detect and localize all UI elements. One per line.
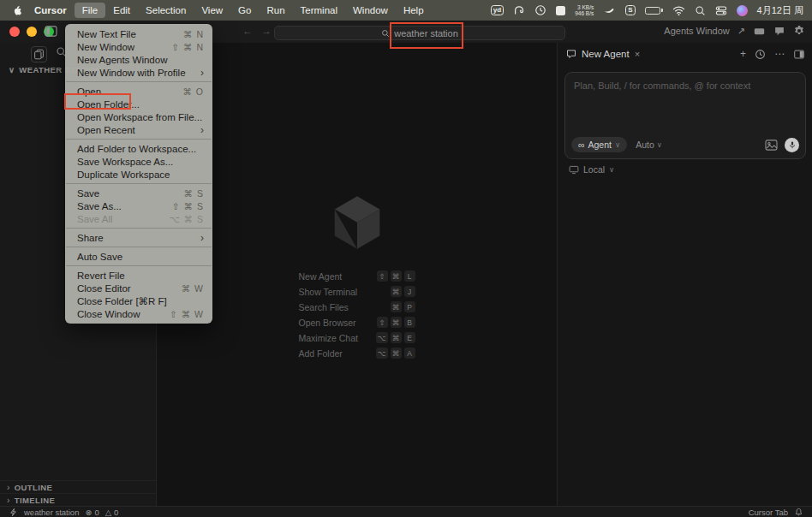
remote-icon[interactable] — [9, 508, 18, 517]
menu-item-add-folder-to-workspace[interactable]: Add Folder to Workspace... — [65, 142, 212, 155]
shortcut-keys: ⇧ ⌘ B — [377, 317, 415, 328]
bell-icon[interactable] — [794, 508, 803, 517]
menu-bar-item-edit[interactable]: Edit — [105, 3, 138, 18]
agent-chat-input-box[interactable]: ∞ Agent ∨ Auto ∨ — [564, 72, 806, 159]
menu-bar-app-name[interactable]: Cursor — [27, 3, 75, 18]
tab-new-agent[interactable]: New Agent × — [558, 49, 640, 59]
menu-separator — [66, 265, 212, 266]
menu-item-shortcut: ⌘ W — [182, 283, 204, 294]
chevron-right-icon: › — [7, 496, 10, 505]
menu-item-close-editor[interactable]: Close Editor ⌘ W — [65, 282, 212, 294]
key-cmd: ⌘ — [391, 270, 402, 282]
warning-icon: △ — [105, 508, 111, 517]
menu-item-revert-file[interactable]: Revert File — [65, 269, 212, 282]
key-letter: J — [404, 286, 415, 297]
network-speed-indicator[interactable]: 3 KB/s 946 B/s — [575, 4, 594, 17]
menu-item-label: Duplicate Workspace — [77, 169, 170, 180]
history-icon[interactable] — [755, 49, 766, 60]
attach-image-icon[interactable] — [765, 140, 778, 151]
battery-body — [645, 7, 660, 15]
back-icon[interactable]: ← — [242, 25, 253, 37]
keyboard-shortcut-list: New Agent ⇧ ⌘ L Show Terminal ⌘ J Search — [299, 270, 415, 359]
menu-item-label: Save All — [77, 214, 113, 224]
menu-item-auto-save[interactable]: Auto Save — [65, 250, 212, 263]
menu-item-new-window-with-profile[interactable]: New Window with Profile › — [65, 66, 212, 79]
menu-item-duplicate-workspace[interactable]: Duplicate Workspace — [65, 168, 212, 181]
wifi-icon[interactable] — [672, 5, 685, 16]
downie-swoosh-icon[interactable] — [603, 4, 616, 16]
forward-icon[interactable]: → — [261, 25, 272, 37]
menu-item-label: New Agents Window — [77, 55, 167, 65]
menu-item-open-workspace-from-file[interactable]: Open Workspace from File... — [65, 110, 212, 123]
s-app-icon[interactable]: S — [625, 5, 635, 15]
youdao-icon[interactable]: yd — [491, 5, 504, 15]
menu-item-save-as[interactable]: Save As... ⇧ ⌘ S — [65, 199, 212, 212]
clock-icon[interactable] — [534, 4, 546, 16]
panel-layout-icon[interactable] — [793, 49, 805, 60]
problems-indicator[interactable]: ⊗ 0 △ 0 — [85, 508, 118, 517]
close-tab-icon[interactable]: × — [635, 49, 640, 59]
model-selector[interactable]: Auto ∨ — [636, 140, 662, 150]
menu-bar-item-window[interactable]: Window — [345, 3, 396, 18]
menu-bar-item-run[interactable]: Run — [259, 3, 292, 18]
menu-bar-item-help[interactable]: Help — [396, 3, 432, 18]
menu-item-new-text-file[interactable]: New Text File ⌘ N — [65, 27, 212, 40]
minimize-window-button[interactable] — [27, 27, 37, 37]
outline-section[interactable]: › OUTLINE — [0, 480, 157, 493]
menu-item-save[interactable]: Save ⌘ S — [65, 187, 212, 199]
menu-item-open-recent[interactable]: Open Recent › — [65, 123, 212, 136]
shortcut-row-maximize-chat: Maximize Chat ⌥ ⌘ E — [299, 332, 415, 343]
menu-item-new-agents-window[interactable]: New Agents Window — [65, 53, 212, 66]
spotlight-search-icon[interactable] — [695, 5, 706, 16]
timeline-section[interactable]: › TIMELINE — [0, 493, 157, 506]
menu-bar-item-terminal[interactable]: Terminal — [293, 3, 345, 18]
menu-item-shortcut: ⌥ ⌘ S — [170, 214, 204, 224]
close-window-button[interactable] — [9, 27, 20, 37]
chat-bubble-icon[interactable] — [773, 26, 785, 37]
keyboard-icon[interactable] — [753, 26, 766, 37]
menu-bar-item-file[interactable]: File — [75, 3, 106, 18]
gear-icon[interactable] — [793, 25, 805, 37]
toggle-sidebar-icon[interactable] — [45, 26, 57, 37]
menu-item-save-workspace-as[interactable]: Save Workspace As... — [65, 155, 212, 168]
submenu-arrow-icon: › — [200, 125, 204, 135]
outline-label: OUTLINE — [15, 483, 53, 492]
infinity-icon: ∞ — [578, 140, 585, 150]
agents-window-link[interactable]: Agents Window — [664, 26, 729, 36]
siri-icon[interactable] — [737, 5, 748, 16]
menu-separator — [66, 139, 212, 140]
agent-panel: New Agent × + ⋯ ∞ Agent ∨ Auto ∨ — [557, 43, 812, 506]
open-external-icon[interactable]: ↗ — [737, 26, 745, 37]
voice-input-icon[interactable] — [785, 138, 799, 152]
menu-item-share[interactable]: Share › — [65, 231, 212, 244]
local-environment-selector[interactable]: Local ∨ — [569, 164, 614, 175]
agent-mode-selector[interactable]: ∞ Agent ∨ — [571, 137, 627, 152]
shortcut-keys: ⌘ J — [391, 286, 415, 297]
menu-item-shortcut: ⇧ ⌘ W — [170, 309, 204, 319]
menu-bar-item-go[interactable]: Go — [230, 3, 259, 18]
key-shift: ⇧ — [377, 270, 388, 282]
status-workspace-name[interactable]: weather station — [24, 508, 79, 517]
menu-item-label: Revert File — [77, 270, 125, 281]
menu-item-close-window[interactable]: Close Window ⇧ ⌘ W — [65, 307, 212, 320]
apple-icon[interactable] — [12, 4, 23, 17]
menu-item-new-window[interactable]: New Window ⇧ ⌘ N — [65, 40, 212, 53]
screen-capture-icon[interactable] — [556, 6, 565, 15]
more-actions-icon[interactable]: ⋯ — [774, 48, 785, 60]
agent-chat-input[interactable] — [565, 73, 805, 122]
battery-icon[interactable] — [645, 7, 663, 15]
error-count: 0 — [94, 508, 99, 517]
submenu-arrow-icon: › — [200, 68, 204, 78]
screen: Cursor File Edit Selection View Go Run T… — [0, 0, 812, 517]
explorer-files-icon[interactable] — [31, 46, 47, 62]
evernote-icon[interactable] — [513, 4, 525, 16]
cursor-tab-status[interactable]: Cursor Tab — [749, 508, 788, 517]
new-chat-icon[interactable]: + — [740, 48, 746, 60]
annotation-box-open-folder — [64, 93, 131, 110]
shortcut-label: Search Files — [299, 302, 349, 312]
control-center-icon[interactable] — [715, 5, 727, 16]
menu-item-close-folder[interactable]: Close Folder [⌘R F] — [65, 294, 212, 307]
menu-bar-date[interactable]: 4月12日 周 — [757, 4, 803, 17]
menu-bar-item-selection[interactable]: Selection — [138, 3, 194, 18]
menu-bar-item-view[interactable]: View — [194, 3, 230, 18]
